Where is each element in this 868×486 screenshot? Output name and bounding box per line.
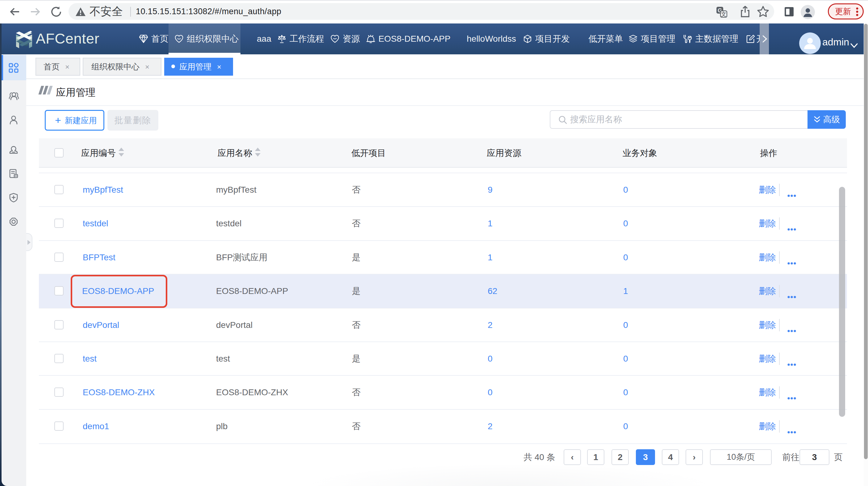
svg-text:文: 文 (721, 11, 726, 17)
